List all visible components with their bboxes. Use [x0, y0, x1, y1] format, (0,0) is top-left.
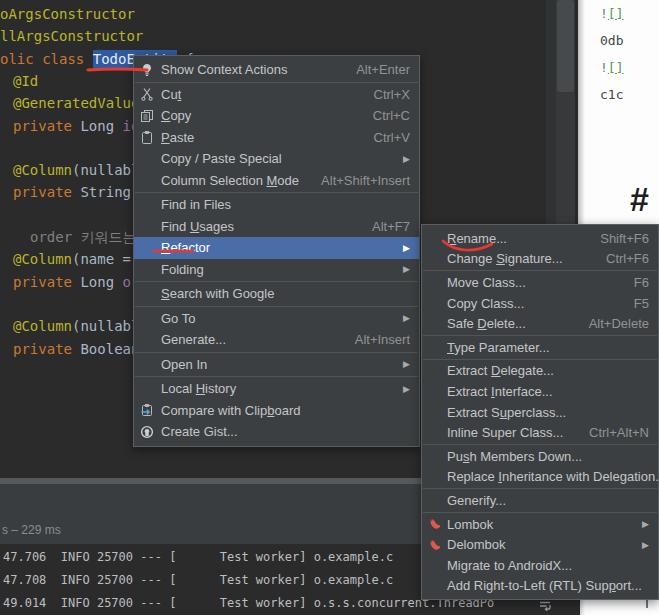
menu-item-label: Folding — [161, 262, 204, 277]
cut-icon — [140, 87, 161, 102]
code-token: (name = — [72, 251, 131, 267]
menu-item-column-selection-mode[interactable]: Column Selection ModeAlt+Shift+Insert — [134, 170, 419, 192]
menu-item-compare-with-clipboard[interactable]: Compare with Clipboard — [134, 400, 419, 422]
menu-separator — [423, 359, 657, 360]
code-token: @Column — [13, 318, 72, 334]
menu-item-local-history[interactable]: Local History▶ — [134, 378, 419, 400]
menu-item-label: Compare with Clipboard — [161, 403, 300, 418]
submenu-arrow-icon: ▶ — [385, 243, 410, 253]
code-token: @Id — [13, 73, 38, 89]
menu-item-move-class[interactable]: Move Class...F6 — [422, 272, 658, 293]
code-token: oArgsConstructor — [0, 6, 135, 22]
menu-separator — [135, 192, 418, 193]
markdown-bang: ! — [600, 6, 608, 21]
menu-separator — [423, 335, 657, 336]
menu-item-shortcut: Alt+Enter — [338, 62, 410, 77]
menu-item-go-to[interactable]: Go To▶ — [134, 308, 419, 330]
menu-icon-spacer — [140, 197, 161, 212]
menu-item-find-usages[interactable]: Find UsagesAlt+F7 — [134, 216, 419, 238]
menu-item-label: Column Selection Mode — [161, 173, 299, 188]
menu-item-label: Copy — [161, 108, 191, 123]
menu-item-migrate-to-androidx[interactable]: Migrate to AndroidX... — [422, 555, 658, 576]
menu-icon-spacer — [140, 332, 161, 347]
lightbulb-icon — [140, 62, 161, 77]
menu-item-rename[interactable]: Rename...Shift+F6 — [422, 228, 658, 249]
menu-icon-spacer — [140, 262, 161, 277]
menu-icon-spacer — [140, 357, 161, 372]
menu-icon-spacer — [428, 340, 447, 355]
menu-item-copy-paste-special[interactable]: Copy / Paste Special▶ — [134, 148, 419, 170]
code-token: llArgsConstructor — [0, 28, 143, 44]
menu-item-copy[interactable]: CopyCtrl+C — [134, 105, 419, 127]
menu-item-label: Type Parameter... — [447, 340, 550, 355]
menu-separator — [423, 270, 657, 271]
menu-item-extract-interface[interactable]: Extract Interface... — [422, 381, 658, 402]
menu-item-safe-delete[interactable]: Safe Delete...Alt+Delete — [422, 313, 658, 334]
menu-item-search-with-google[interactable]: Search with Google — [134, 283, 419, 305]
menu-separator — [135, 376, 418, 377]
menu-item-extract-superclass[interactable]: Extract Superclass... — [422, 402, 658, 423]
menu-item-label: Local History — [161, 381, 236, 396]
menu-item-generate[interactable]: Generate...Alt+Insert — [134, 329, 419, 351]
submenu-arrow-icon: ▶ — [624, 540, 649, 550]
menu-item-replace-inheritance-with-delegation[interactable]: Replace Inheritance with Delegation... — [422, 467, 658, 488]
menu-item-refactor[interactable]: Refactor▶ — [134, 237, 419, 259]
code-token: String — [80, 184, 131, 200]
menu-icon-spacer — [428, 296, 447, 311]
menu-item-delombok[interactable]: Delombok▶ — [422, 534, 658, 555]
menu-item-label: Search with Google — [161, 286, 274, 301]
submenu-arrow-icon: ▶ — [624, 519, 649, 529]
menu-icon-spacer — [428, 493, 447, 508]
chili-icon — [428, 517, 447, 532]
menu-item-inline-super-class[interactable]: Inline Super Class...Ctrl+Alt+N — [422, 422, 658, 443]
menu-item-shortcut: F5 — [616, 296, 649, 311]
menu-icon-spacer — [428, 251, 447, 266]
code-line: @Column(nullabl — [13, 161, 139, 180]
editor-context-menu: Show Context ActionsAlt+EnterCutCtrl+XCo… — [133, 55, 420, 447]
menu-item-open-in[interactable]: Open In▶ — [134, 354, 419, 376]
menu-item-label: Copy Class... — [447, 296, 524, 311]
menu-item-shortcut: F6 — [616, 275, 649, 290]
markdown-link-brackets: [] — [608, 6, 624, 21]
menu-item-label: Find Usages — [161, 219, 234, 234]
menu-item-extract-delegate[interactable]: Extract Delegate... — [422, 361, 658, 382]
menu-item-show-context-actions[interactable]: Show Context ActionsAlt+Enter — [134, 59, 419, 81]
menu-item-label: Create Gist... — [161, 424, 238, 439]
menu-item-label: Extract Delegate... — [447, 363, 554, 378]
menu-item-label: Rename... — [447, 231, 507, 246]
menu-item-generify[interactable]: Generify... — [422, 490, 658, 511]
compare-clipboard-icon — [140, 403, 161, 418]
editor-scrollbar-thumb[interactable] — [557, 0, 574, 92]
submenu-arrow-icon: ▶ — [385, 359, 410, 369]
menu-item-create-gist[interactable]: Create Gist... — [134, 421, 419, 443]
menu-icon-spacer — [428, 469, 447, 484]
menu-item-folding[interactable]: Folding▶ — [134, 259, 419, 281]
markdown-bang: ! — [600, 60, 608, 75]
menu-item-copy-class[interactable]: Copy Class...F5 — [422, 293, 658, 314]
menu-item-add-right-to-left-rtl-support[interactable]: Add Right-to-Left (RTL) Support... — [422, 576, 658, 597]
menu-item-lombok[interactable]: Lombok▶ — [422, 514, 658, 535]
menu-item-find-in-files[interactable]: Find in Files — [134, 194, 419, 216]
menu-item-type-parameter[interactable]: Type Parameter... — [422, 337, 658, 358]
menu-item-push-members-down[interactable]: Push Members Down... — [422, 446, 658, 467]
menu-item-label: Refactor — [161, 240, 210, 255]
menu-icon-spacer — [428, 316, 447, 331]
submenu-arrow-icon: ▶ — [385, 154, 410, 164]
menu-icon-spacer — [140, 381, 161, 396]
chili-icon — [428, 537, 447, 552]
menu-item-change-signature[interactable]: Change Signature...Ctrl+F6 — [422, 249, 658, 270]
menu-separator — [135, 352, 418, 353]
menu-item-label: Cut — [161, 87, 181, 102]
markdown-line: ![] — [600, 60, 623, 75]
test-duration-label: s – 229 ms — [2, 523, 61, 537]
submenu-arrow-icon: ▶ — [385, 264, 410, 274]
paste-icon — [140, 130, 161, 145]
menu-icon-spacer — [140, 311, 161, 326]
menu-item-cut[interactable]: CutCtrl+X — [134, 84, 419, 106]
soft-wrap-icon[interactable] — [538, 599, 552, 613]
code-token: private — [13, 274, 80, 290]
menu-item-paste[interactable]: PasteCtrl+V — [134, 127, 419, 149]
markdown-line: ![] — [600, 6, 623, 21]
menu-item-label: Safe Delete... — [447, 316, 526, 331]
menu-icon-spacer — [428, 275, 447, 290]
